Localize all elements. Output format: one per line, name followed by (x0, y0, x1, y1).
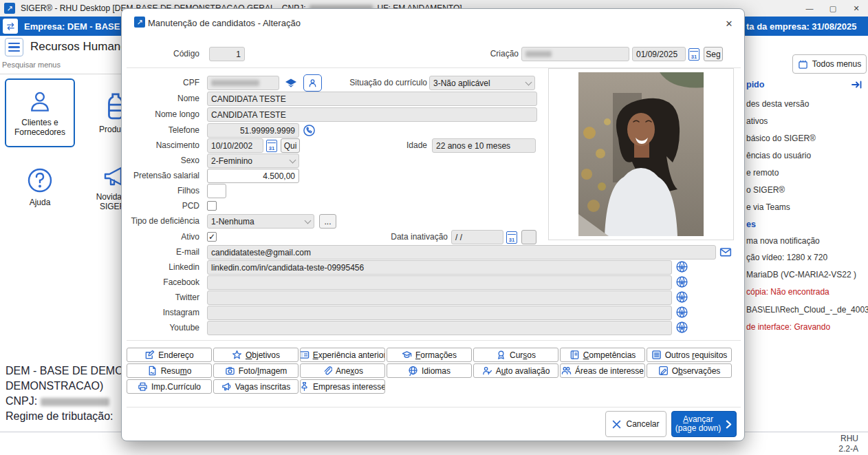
nome-label: Nome (122, 92, 204, 106)
ativo-checkbox[interactable]: ✓ (207, 232, 217, 242)
search-input[interactable] (2, 61, 119, 69)
calendar-icon[interactable]: 31 (688, 48, 699, 61)
person-badge-icon (307, 78, 318, 88)
action-label: Cursos (510, 350, 536, 360)
nascimento-field[interactable]: 10/10/2002 (207, 138, 263, 153)
pcd-label: PCD (122, 199, 204, 213)
right-panel-item[interactable]: ências do usuário (746, 151, 811, 160)
criacao-weekday-badge: Seg (704, 47, 723, 61)
printer-icon (138, 381, 148, 392)
switch-company-icon[interactable] (3, 19, 18, 34)
deficiencia-more-button[interactable]: ... (319, 214, 336, 229)
youtube-field[interactable] (207, 321, 672, 335)
advance-button[interactable]: Avançar (page down) (671, 411, 737, 437)
globe-icon[interactable] (675, 260, 688, 273)
right-panel-item[interactable]: básico do SIGER® (746, 134, 816, 143)
youtube-label: Youtube (122, 321, 204, 335)
action-vagas-inscritas-button[interactable]: Vagas inscritas (213, 379, 299, 394)
swap-arrows-icon (6, 21, 16, 32)
company-info-line: Regime de tributação: (6, 409, 121, 424)
dialog-title: Manutenção de candidatos - Alteração (148, 18, 301, 28)
right-panel-item[interactable]: e remoto (746, 168, 779, 178)
todos-menus-button[interactable]: Todos menus (792, 54, 867, 74)
calendar-icon[interactable]: 31 (506, 231, 517, 244)
action-areas-interesse-button[interactable]: Áreas de interesse (560, 363, 645, 378)
instagram-field[interactable] (207, 306, 672, 320)
action-idiomas-button[interactable]: Idiomas (387, 363, 472, 378)
criacao-date-field[interactable]: 01/09/2025 (632, 47, 686, 61)
right-panel-item[interactable]: o SIGER® (746, 185, 785, 195)
globe-icon[interactable] (675, 321, 688, 334)
person-lookup-button[interactable] (303, 74, 322, 92)
action-label: Experiência anterior (313, 350, 385, 360)
action-anexos-button[interactable]: Anexos (300, 363, 385, 378)
globe-icon[interactable] (675, 306, 688, 319)
action-outros-requisitos-button[interactable]: Outros requisitos (647, 348, 732, 362)
receita-federal-icon (285, 78, 297, 88)
twitter-field[interactable] (207, 290, 672, 305)
action-empresas-interesse-button[interactable]: Empresas interesse (300, 379, 385, 394)
codigo-field[interactable]: 1 (209, 47, 245, 61)
tile-label: Clientes e Fornecedores (9, 118, 71, 137)
action-label: Competências (583, 350, 636, 360)
action-resumo-button[interactable]: Resumo (127, 363, 212, 378)
right-panel-item[interactable]: des desta versão (746, 99, 809, 109)
id-card-icon (300, 350, 310, 360)
telefone-field[interactable]: 51.99999.9999 (207, 123, 299, 138)
action-competencias-button[interactable]: Competências (560, 348, 645, 362)
chevron-down-icon (305, 217, 312, 224)
pcd-checkbox[interactable] (207, 201, 217, 211)
advance-sublabel: (page down) (675, 423, 721, 433)
action-imp-curriculo-button[interactable]: Imp.Currículo (127, 379, 212, 394)
sexo-dropdown[interactable]: 2-Feminino (207, 154, 299, 168)
criacao-user-field (521, 47, 629, 61)
email-field[interactable]: candidatateste@gmail.com (207, 245, 716, 260)
paperclip-icon (322, 366, 332, 376)
maximize-button[interactable]: ▢ (821, 1, 845, 16)
nome-longo-field[interactable]: CANDIDATA TESTE (207, 107, 537, 122)
person-check-icon (482, 366, 492, 376)
action-observacoes-button[interactable]: Observações (647, 363, 732, 378)
email-icon[interactable] (719, 246, 732, 258)
action-objetivos-button[interactable]: Objetivos (213, 348, 299, 362)
idade-label: Idade (383, 138, 427, 153)
collapse-panel-icon[interactable] (851, 80, 862, 89)
right-panel-header[interactable]: pido (746, 80, 764, 89)
candidate-dialog: ↗ Manutenção de candidatos - Alteração ✕… (121, 8, 745, 441)
linkedin-field[interactable]: linkedin.com/in/candidata-teste-09995456 (207, 260, 672, 275)
globe-icon[interactable] (675, 275, 688, 288)
situacao-value: 3-Não aplicável (433, 78, 490, 88)
nascimento-weekday-badge: Qui (281, 138, 300, 153)
situacao-dropdown[interactable]: 3-Não aplicável (429, 76, 535, 90)
right-panel-status: ção vídeo: 1280 x 720 (746, 253, 827, 262)
cpf-field[interactable] (207, 76, 279, 90)
filhos-field[interactable] (207, 184, 226, 198)
action-experiencia-button[interactable]: Experiência anterior (300, 348, 385, 362)
globe-icon[interactable] (675, 290, 688, 304)
nome-field[interactable]: CANDIDATA TESTE (207, 92, 537, 106)
close-window-button[interactable]: ✕ (845, 1, 868, 16)
cancel-button[interactable]: Cancelar (605, 411, 666, 437)
right-panel-item[interactable]: ativos (746, 116, 768, 126)
calendar-icon[interactable]: 31 (266, 140, 277, 152)
facebook-field[interactable] (207, 275, 672, 290)
hamburger-menu-icon[interactable] (5, 38, 23, 56)
separator (127, 407, 741, 408)
chevron-down-icon (290, 156, 296, 163)
document-icon (147, 366, 158, 376)
chevron-right-icon (725, 420, 733, 429)
whatsapp-icon[interactable] (303, 124, 316, 137)
pretensao-field[interactable]: 4.500,00 (207, 169, 299, 183)
right-panel-item[interactable]: e via Teams (746, 202, 790, 212)
pencil-icon (658, 366, 669, 376)
action-cursos-button[interactable]: Cursos (473, 348, 558, 362)
deficiencia-dropdown[interactable]: 1-Nenhuma (207, 214, 314, 229)
action-auto-avaliacao-button[interactable]: Auto avaliação (473, 363, 558, 378)
action-foto-imagem-button[interactable]: Foto/Imagem (213, 363, 299, 378)
minimize-button[interactable]: — (798, 1, 821, 16)
action-formacoes-button[interactable]: Formações (387, 348, 472, 362)
close-dialog-button[interactable]: ✕ (721, 16, 737, 31)
sidebar-item-ajuda[interactable]: Ajuda (5, 160, 75, 213)
action-endereco-button[interactable]: Endereço (127, 348, 212, 362)
sidebar-item-clientes-fornecedores[interactable]: Clientes e Fornecedores (5, 78, 75, 147)
